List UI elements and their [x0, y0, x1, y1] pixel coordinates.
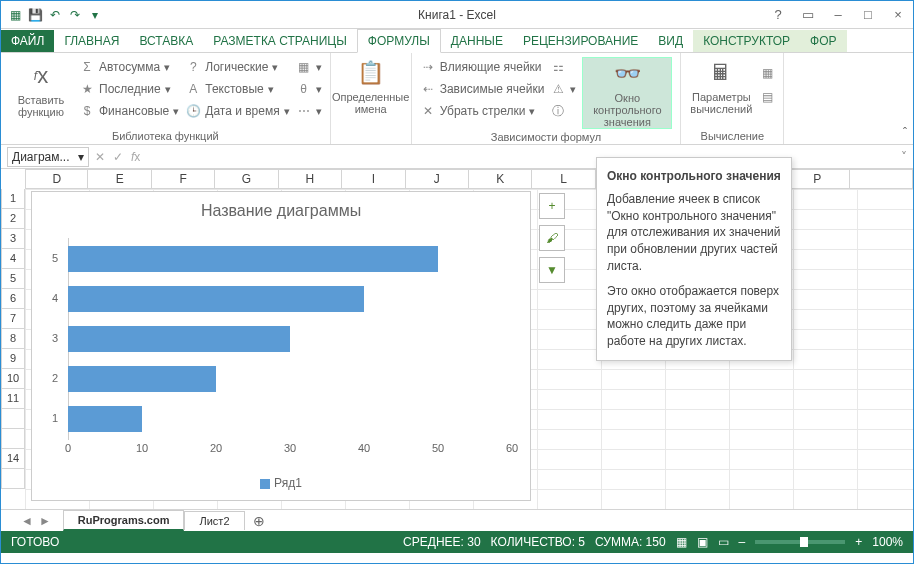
row-header[interactable]: 4: [1, 249, 25, 269]
enter-icon[interactable]: ✓: [113, 150, 123, 164]
row-header[interactable]: 14: [1, 449, 25, 469]
chart-style-button[interactable]: 🖌: [539, 225, 565, 251]
tab-data[interactable]: ДАННЫЕ: [441, 30, 513, 52]
row-header[interactable]: [1, 409, 25, 429]
col-header[interactable]: I: [342, 169, 405, 189]
recent-icon: ★: [79, 81, 95, 97]
text-button[interactable]: AТекстовые ▾: [185, 79, 289, 99]
redo-icon[interactable]: ↷: [67, 7, 83, 23]
trace-dependents-button[interactable]: ⇠Зависимые ячейки: [420, 79, 545, 99]
sheet-nav-next-icon[interactable]: ►: [39, 514, 51, 528]
plot-area[interactable]: 12345: [68, 238, 510, 440]
row-header[interactable]: 9: [1, 349, 25, 369]
fx-icon-small[interactable]: fx: [131, 150, 140, 164]
collapse-ribbon-icon[interactable]: ˆ: [903, 126, 907, 140]
tab-file[interactable]: ФАЙЛ: [1, 30, 54, 52]
tab-formulas[interactable]: ФОРМУЛЫ: [357, 29, 441, 53]
logical-button[interactable]: ?Логические ▾: [185, 57, 289, 77]
bar[interactable]: [68, 366, 216, 392]
chart-filter-button[interactable]: ▼: [539, 257, 565, 283]
row-header[interactable]: 3: [1, 229, 25, 249]
qat-dropdown-icon[interactable]: ▾: [87, 7, 103, 23]
ribbon-toggle-icon[interactable]: ▭: [797, 7, 819, 22]
chart-add-element-button[interactable]: +: [539, 193, 565, 219]
col-header[interactable]: K: [469, 169, 532, 189]
chart-legend[interactable]: Ряд1: [32, 476, 530, 490]
col-header[interactable]: J: [406, 169, 469, 189]
chart-title[interactable]: Название диаграммы: [32, 192, 530, 226]
save-icon[interactable]: 💾: [27, 7, 43, 23]
col-header[interactable]: P: [786, 169, 849, 189]
tab-design[interactable]: КОНСТРУКТОР: [693, 30, 800, 52]
tab-format[interactable]: ФОР: [800, 30, 846, 52]
recent-button[interactable]: ★Последние ▾: [79, 79, 179, 99]
error-check-button[interactable]: ⚠▾: [550, 79, 576, 99]
sheet-tab-bar: ◄ ► RuPrograms.com Лист2 ⊕: [1, 509, 913, 531]
namebox-dropdown-icon[interactable]: ▾: [78, 150, 84, 164]
autosum-button[interactable]: ΣАвтосумма ▾: [79, 57, 179, 77]
close-icon[interactable]: ×: [887, 7, 909, 22]
tab-view[interactable]: ВИД: [648, 30, 693, 52]
tab-insert[interactable]: ВСТАВКА: [129, 30, 203, 52]
cancel-icon[interactable]: ✕: [95, 150, 105, 164]
row-header[interactable]: 8: [1, 329, 25, 349]
row-header[interactable]: 7: [1, 309, 25, 329]
row-header[interactable]: 2: [1, 209, 25, 229]
name-box[interactable]: Диаграм...▾: [7, 147, 89, 167]
zoom-slider[interactable]: [755, 540, 845, 544]
view-layout-icon[interactable]: ▣: [697, 535, 708, 549]
row-header[interactable]: 5: [1, 269, 25, 289]
defined-names-button[interactable]: 📋 Определенные имена: [339, 57, 403, 115]
datetime-button[interactable]: 🕒Дата и время ▾: [185, 101, 289, 121]
row-header[interactable]: [1, 429, 25, 449]
col-header[interactable]: G: [215, 169, 278, 189]
remove-arrows-button[interactable]: ✕Убрать стрелки ▾: [420, 101, 545, 121]
col-header[interactable]: L: [532, 169, 595, 189]
evaluate-button[interactable]: ⓘ: [550, 101, 576, 121]
view-pagebreak-icon[interactable]: ▭: [718, 535, 729, 549]
col-header[interactable]: F: [152, 169, 215, 189]
col-header[interactable]: E: [88, 169, 151, 189]
help-icon[interactable]: ?: [767, 7, 789, 22]
calc-sheet-button[interactable]: ▤: [759, 87, 775, 107]
zoom-out-button[interactable]: –: [739, 535, 746, 549]
sheet-add-button[interactable]: ⊕: [245, 513, 273, 529]
zoom-level[interactable]: 100%: [872, 535, 903, 549]
row-header[interactable]: 10: [1, 369, 25, 389]
y-tick-label: 1: [52, 412, 58, 424]
row-header[interactable]: [1, 469, 25, 489]
show-formulas-button[interactable]: ⚏: [550, 57, 576, 77]
bar[interactable]: [68, 406, 142, 432]
row-header[interactable]: 6: [1, 289, 25, 309]
row-header[interactable]: 1: [1, 189, 25, 209]
calc-options-button[interactable]: 🖩 Параметры вычислений: [689, 57, 753, 115]
tab-home[interactable]: ГЛАВНАЯ: [54, 30, 129, 52]
more-fn-button-2[interactable]: θ▾: [296, 79, 322, 99]
sheet-nav-prev-icon[interactable]: ◄: [21, 514, 33, 528]
bar[interactable]: [68, 246, 438, 272]
more-fn-button[interactable]: ▦▾: [296, 57, 322, 77]
trace-precedents-button[interactable]: ⇢Влияющие ячейки: [420, 57, 545, 77]
col-header[interactable]: H: [279, 169, 342, 189]
more-fn-button-3[interactable]: ⋯▾: [296, 101, 322, 121]
minimize-icon[interactable]: –: [827, 7, 849, 22]
financial-button[interactable]: $Финансовые ▾: [79, 101, 179, 121]
watch-window-button[interactable]: 👓 Окно контрольного значения: [582, 57, 672, 129]
sheet-tab-2[interactable]: Лист2: [184, 511, 244, 530]
col-header[interactable]: [850, 169, 913, 189]
row-header[interactable]: 11: [1, 389, 25, 409]
zoom-in-button[interactable]: +: [855, 535, 862, 549]
maximize-icon[interactable]: □: [857, 7, 879, 22]
calc-now-button[interactable]: ▦: [759, 63, 775, 83]
col-header[interactable]: D: [25, 169, 88, 189]
expand-fx-icon[interactable]: ˅: [901, 150, 907, 164]
undo-icon[interactable]: ↶: [47, 7, 63, 23]
tab-page-layout[interactable]: РАЗМЕТКА СТРАНИЦЫ: [203, 30, 357, 52]
bar[interactable]: [68, 326, 290, 352]
insert-function-button[interactable]: fx Вставить функцию: [9, 57, 73, 121]
bar[interactable]: [68, 286, 364, 312]
sheet-tab-1[interactable]: RuPrograms.com: [63, 510, 185, 531]
tab-review[interactable]: РЕЦЕНЗИРОВАНИЕ: [513, 30, 648, 52]
embedded-chart[interactable]: Название диаграммы 12345 0102030405060 Р…: [31, 191, 531, 501]
view-normal-icon[interactable]: ▦: [676, 535, 687, 549]
